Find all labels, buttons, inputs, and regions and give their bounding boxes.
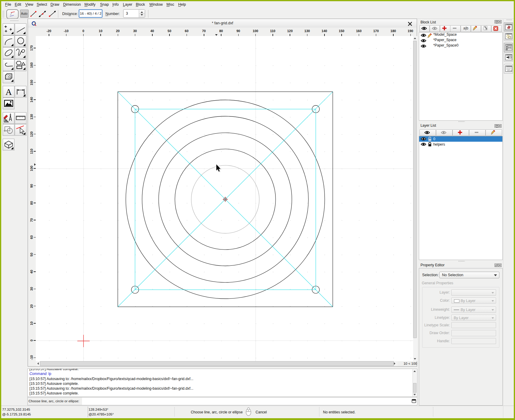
svg-text:A: A [5, 87, 12, 96]
